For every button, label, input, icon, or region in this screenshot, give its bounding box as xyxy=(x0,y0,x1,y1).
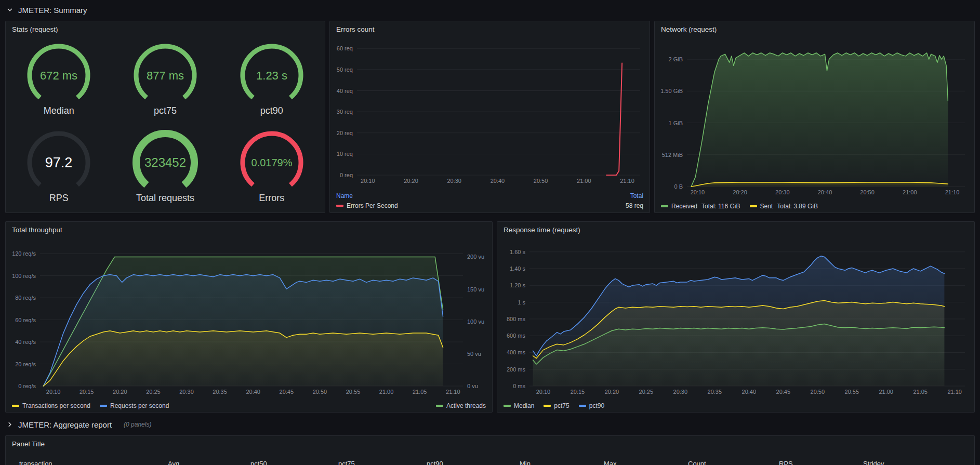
panel-total-throughput: Total throughput 0 req/s20 req/s40 req/s… xyxy=(5,221,493,413)
legend-item-received[interactable]: Received Total: 116 GiB xyxy=(661,203,740,210)
svg-text:21:10: 21:10 xyxy=(620,178,634,184)
legend-item-pct75[interactable]: pct75 xyxy=(544,402,569,409)
legend-item-transactions-per-second[interactable]: Transactions per second xyxy=(12,402,90,409)
errors-total-value: 58 req xyxy=(626,202,643,209)
legend-header-total[interactable]: Total xyxy=(630,192,643,200)
svg-text:21:05: 21:05 xyxy=(413,389,427,395)
errors-count-chart[interactable]: 0 req10 req20 req30 req40 req50 req60 re… xyxy=(332,37,647,185)
svg-text:1.23 s: 1.23 s xyxy=(256,69,287,82)
panel-title-response[interactable]: Response time (request) xyxy=(497,222,974,237)
gauge-rps: 97.2 RPS xyxy=(6,122,112,209)
legend-item-sent[interactable]: Sent Total: 3.89 GiB xyxy=(750,203,818,210)
panel-title-throughput[interactable]: Total throughput xyxy=(6,222,492,237)
svg-text:21:05: 21:05 xyxy=(913,389,928,395)
svg-text:20:10: 20:10 xyxy=(361,178,375,184)
svg-text:1.60 s: 1.60 s xyxy=(510,249,525,255)
chevron-down-icon xyxy=(6,6,14,14)
svg-text:0 B: 0 B xyxy=(674,183,683,190)
legend-item-pct90[interactable]: pct90 xyxy=(579,402,604,409)
svg-text:512 MiB: 512 MiB xyxy=(662,152,683,158)
series-marker-green xyxy=(504,405,511,407)
chevron-right-icon xyxy=(6,421,14,428)
column-header-stddev[interactable]: Stddev xyxy=(863,460,884,465)
svg-text:21:00: 21:00 xyxy=(379,389,394,395)
column-header-count[interactable]: Count xyxy=(688,460,706,465)
svg-text:1.20 s: 1.20 s xyxy=(510,282,525,288)
legend-item-median[interactable]: Median xyxy=(504,402,534,409)
svg-text:150 vu: 150 vu xyxy=(467,286,484,293)
column-header-avg[interactable]: Avg xyxy=(168,460,179,465)
column-header-rps[interactable]: RPS xyxy=(779,460,793,465)
svg-text:20:50: 20:50 xyxy=(313,389,327,395)
svg-text:21:00: 21:00 xyxy=(879,389,893,395)
svg-text:50 vu: 50 vu xyxy=(467,351,481,357)
gauge-rps-label: RPS xyxy=(49,193,69,204)
panel-aggregate-table: Panel Title transaction Avg pct50 pct75 … xyxy=(5,435,975,465)
svg-text:1.50 GiB: 1.50 GiB xyxy=(660,88,683,94)
row-header-summary[interactable]: JMETER: Summary xyxy=(6,3,87,17)
svg-text:20:40: 20:40 xyxy=(491,178,505,184)
panel-response-time: Response time (request) 0 ms200 ms400 ms… xyxy=(497,221,975,413)
svg-text:0 ms: 0 ms xyxy=(513,383,525,389)
svg-text:21:00: 21:00 xyxy=(903,189,917,195)
panel-title-table[interactable]: Panel Title xyxy=(6,436,974,451)
panel-errors-count: Errors count 0 req10 req20 req30 req40 r… xyxy=(329,21,650,213)
throughput-chart[interactable]: 0 req/s20 req/s40 req/s60 req/s80 req/s1… xyxy=(8,237,490,396)
series-marker-green xyxy=(661,205,668,207)
svg-text:672 ms: 672 ms xyxy=(40,69,77,82)
legend-header-name[interactable]: Name xyxy=(336,192,353,200)
gauge-pct90-label: pct90 xyxy=(260,105,283,116)
throughput-legend: Transactions per second Requests per sec… xyxy=(12,402,486,409)
svg-text:20 req: 20 req xyxy=(337,130,353,136)
svg-text:21:10: 21:10 xyxy=(945,189,960,195)
row-header-aggregate[interactable]: JMETER: Aggregate report (0 panels) xyxy=(6,418,151,431)
legend-item-requests-per-second[interactable]: Requests per second xyxy=(100,402,169,409)
gauge-pct75-arc: 877 ms xyxy=(126,41,204,110)
svg-text:100 req/s: 100 req/s xyxy=(12,273,36,279)
svg-text:20:10: 20:10 xyxy=(536,389,551,395)
svg-text:20:30: 20:30 xyxy=(775,189,790,195)
network-chart[interactable]: 0 B512 MiB1 GiB1.50 GiB2 GiB20:1020:2020… xyxy=(657,37,972,197)
column-header-pct50[interactable]: pct50 xyxy=(250,460,267,465)
svg-text:2 GiB: 2 GiB xyxy=(668,56,683,62)
gauge-pct75: 877 ms pct75 xyxy=(112,35,219,122)
svg-text:100 vu: 100 vu xyxy=(467,318,484,325)
svg-text:20:45: 20:45 xyxy=(280,389,294,395)
response-time-chart[interactable]: 0 ms200 ms400 ms600 ms800 ms1 s1.20 s1.4… xyxy=(499,237,972,396)
series-marker-yellow xyxy=(544,405,551,407)
svg-text:21:00: 21:00 xyxy=(577,178,591,184)
column-header-max[interactable]: Max xyxy=(604,460,617,465)
series-marker-red xyxy=(336,205,343,207)
svg-text:1.40 s: 1.40 s xyxy=(510,265,525,272)
panel-title-network[interactable]: Network (request) xyxy=(655,21,974,37)
column-header-pct75[interactable]: pct75 xyxy=(338,460,355,465)
svg-text:20:55: 20:55 xyxy=(845,389,859,395)
panel-title-errors[interactable]: Errors count xyxy=(330,21,650,37)
svg-text:50 req: 50 req xyxy=(337,67,353,73)
response-legend: Median pct75 pct90 xyxy=(504,402,968,409)
legend-item-errors-per-second[interactable]: Errors Per Second xyxy=(336,202,398,209)
legend-item-active-threads[interactable]: Active threads xyxy=(436,402,486,409)
svg-text:0 req/s: 0 req/s xyxy=(18,383,36,389)
svg-text:20:30: 20:30 xyxy=(673,389,688,395)
svg-text:20:40: 20:40 xyxy=(246,389,260,395)
svg-text:10 req: 10 req xyxy=(337,151,353,157)
svg-text:20:15: 20:15 xyxy=(80,389,94,395)
svg-text:20:20: 20:20 xyxy=(605,389,619,395)
gauge-errors: 0.0179% Errors xyxy=(218,122,325,209)
errors-legend-header: Name Total xyxy=(336,192,643,202)
svg-text:20:20: 20:20 xyxy=(733,189,747,195)
svg-text:200 vu: 200 vu xyxy=(467,254,484,260)
svg-text:1 s: 1 s xyxy=(518,299,525,305)
svg-text:20:35: 20:35 xyxy=(213,389,227,395)
svg-text:20:25: 20:25 xyxy=(146,389,161,395)
series-marker-blue xyxy=(579,405,586,407)
column-header-pct90[interactable]: pct90 xyxy=(427,460,443,465)
gauge-errors-arc: 0.0179% xyxy=(233,128,311,197)
column-header-min[interactable]: Min xyxy=(520,460,531,465)
column-header-transaction[interactable]: transaction xyxy=(19,460,52,465)
gauge-pct90: 1.23 s pct90 xyxy=(218,35,325,122)
gauge-total-requests: 323452 Total requests xyxy=(112,122,219,209)
svg-text:200 ms: 200 ms xyxy=(507,366,526,373)
gauge-median-arc: 672 ms xyxy=(20,41,98,110)
